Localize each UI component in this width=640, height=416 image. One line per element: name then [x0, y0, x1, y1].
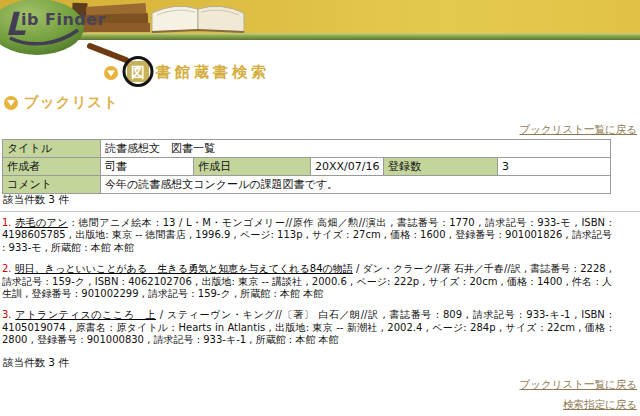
library-booklist-page: { "brand": { "logo_initial": "L", "logo_… [0, 0, 640, 416]
page-title-text: 書館蔵書検索 [155, 63, 270, 81]
creator-label-cell: 作成者 [3, 158, 101, 176]
book-list: 1. 赤毛のアン : 徳間アニメ絵本 : 13 / L・M・モンゴメリー//原作… [2, 217, 612, 356]
created-label-cell: 作成日 [194, 158, 311, 176]
down-triangle-icon [7, 100, 15, 110]
booklist-info-table: タイトル 読書感想文 図書一覧 作成者 司書 作成日 20XX/07/16 登録… [2, 139, 611, 194]
book-entry: 3. アトランティスのこころ 上 / スティーヴン・キング//〔著〕 白石／朗/… [2, 309, 612, 346]
count-label-cell: 登録数 [384, 158, 498, 176]
book-entry: 2. 明日、きっといいことがある 生きる勇気と知恵を与えてくれる84の物語 / … [2, 263, 612, 300]
book-number: 3. [2, 309, 12, 320]
title-prefix-char: 図 [131, 64, 145, 80]
book-details: : 徳間アニメ絵本 : 13 / L・M・モンゴメリー//原作 高畑／勲//演出… [2, 217, 612, 253]
table-row: タイトル 読書感想文 図書一覧 [3, 140, 611, 158]
bottom-link-rows: ブックリスト一覧に戻る 検索指定に戻る [520, 374, 637, 414]
book-entry: 1. 赤毛のアン : 徳間アニメ絵本 : 13 / L・M・モンゴメリー//原作… [2, 217, 612, 254]
back-to-search-link[interactable]: 検索指定に戻る [563, 398, 637, 410]
logo-text: ib Finder [21, 10, 106, 29]
count-value-cell: 3 [498, 158, 611, 176]
table-row: 作成者 司書 作成日 20XX/07/16 登録数 3 [3, 158, 611, 176]
section-title: ブックリスト [24, 93, 119, 112]
book-title-link[interactable]: アトランティスのこころ 上 [15, 309, 156, 320]
result-count-bottom: 該当件数 3 件 [3, 356, 69, 370]
back-to-booklist-link-bottom[interactable]: ブックリスト一覧に戻る [520, 378, 637, 390]
page-title-block: 図 書館蔵書検索 [80, 40, 300, 95]
book-title-link[interactable]: 明日、きっといいことがある 生きる勇気と知恵を与えてくれる84の物語 [15, 263, 353, 274]
magnifier-handle [90, 46, 126, 60]
arrow-bullet-icon [4, 96, 18, 110]
comment-value-cell: 今年の読書感想文コンクールの課題図書です。 [101, 176, 611, 194]
comment-label-cell: コメント [3, 176, 101, 194]
book-number: 2. [2, 263, 12, 274]
book-title-link[interactable]: 赤毛のアン [15, 217, 68, 228]
section-heading: ブックリスト [4, 93, 119, 112]
table-row: コメント 今年の読書感想文コンクールの課題図書です。 [3, 176, 611, 194]
divider-line [0, 211, 640, 212]
top-link-row: ブックリスト一覧に戻る [520, 123, 637, 137]
title-label-cell: タイトル [3, 140, 101, 158]
created-value-cell: 20XX/07/16 [311, 158, 384, 176]
title-value-cell: 読書感想文 図書一覧 [101, 140, 611, 158]
book-number: 1. [2, 217, 12, 228]
back-to-booklist-link-top[interactable]: ブックリスト一覧に戻る [520, 123, 637, 135]
result-count-top: 該当件数 3 件 [3, 193, 69, 207]
creator-value-cell: 司書 [101, 158, 194, 176]
